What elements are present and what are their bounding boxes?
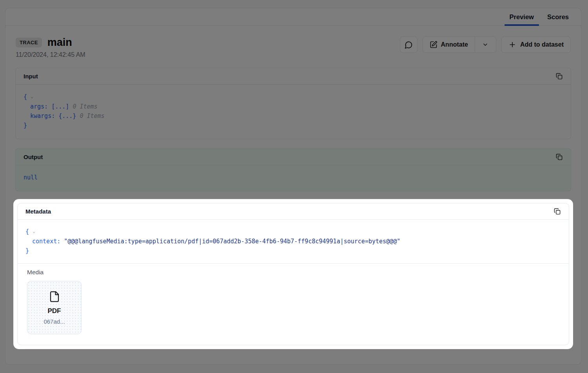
trace-type-badge: TRACE [16, 38, 42, 47]
tab-preview[interactable]: Preview [505, 8, 539, 25]
input-copy-button[interactable] [555, 72, 563, 80]
tab-preview-label: Preview [510, 13, 534, 21]
input-panel-header: Input [16, 68, 571, 85]
output-panel-header: Output [16, 149, 571, 165]
input-panel-title: Input [24, 73, 38, 80]
json-value: {...} [58, 112, 76, 120]
edit-pen-icon [430, 41, 437, 49]
media-file-type: PDF [48, 307, 61, 315]
header-actions: Annotate Add to dataset [400, 36, 571, 53]
tab-scores-label: Scores [547, 13, 569, 21]
json-context-value: "@@@langfuseMedia:type=application/pdf|i… [64, 238, 400, 245]
trace-detail-container: Preview Scores TRACE main 11/20/2024, 12… [5, 8, 581, 365]
output-null-value: null [24, 174, 38, 181]
trace-title: main [47, 36, 72, 49]
json-close-brace: } [25, 247, 29, 254]
pdf-media-card[interactable]: PDF 067ad... [27, 281, 82, 334]
plus-icon [508, 41, 516, 49]
annotate-button[interactable]: Annotate [423, 37, 475, 53]
copy-icon [556, 73, 563, 80]
copy-icon [554, 208, 561, 215]
active-tab-underline [505, 24, 539, 26]
comment-icon [405, 41, 413, 49]
metadata-copy-button[interactable] [553, 207, 561, 215]
json-open-brace: { [25, 228, 29, 235]
json-key: kwargs: [30, 112, 55, 120]
annotate-button-label: Annotate [441, 41, 468, 48]
metadata-panel: Metadata { ⌄context: "@@@langfuseMedia:t… [17, 203, 569, 345]
comment-button[interactable] [400, 36, 417, 53]
input-json-viewer: { ⌄args: [...] 0 Itemskwargs: {...} 0 It… [16, 85, 571, 139]
metadata-panel-header: Metadata [18, 203, 569, 220]
json-close-brace: } [24, 122, 27, 129]
tab-scores[interactable]: Scores [542, 8, 574, 25]
add-to-dataset-button[interactable]: Add to dataset [501, 36, 571, 53]
json-key: args: [30, 103, 48, 110]
media-section-label: Media [27, 269, 559, 276]
json-item-count: 0 Items [80, 112, 104, 120]
add-to-dataset-label: Add to dataset [520, 41, 564, 48]
media-file-id: 067ad... [44, 318, 65, 325]
metadata-panel-title: Metadata [25, 208, 51, 215]
output-copy-button[interactable] [555, 153, 563, 161]
json-item-count: 0 Items [73, 103, 97, 110]
trace-timestamp: 11/20/2024, 12:42:45 AM [16, 51, 85, 58]
output-panel-title: Output [24, 154, 43, 160]
file-icon [49, 291, 60, 302]
json-value: [...] [51, 103, 69, 110]
preview-scores-tab-bar: Preview Scores [5, 8, 581, 26]
collapse-chevron-icon[interactable]: ⌄ [31, 92, 33, 101]
output-json-viewer: null [16, 165, 571, 191]
metadata-json-viewer: { ⌄context: "@@@langfuseMedia:type=appli… [18, 220, 569, 263]
trace-header: TRACE main 11/20/2024, 12:42:45 AM Annot… [5, 26, 581, 58]
annotate-split-button: Annotate [423, 36, 496, 53]
media-section: Media PDF 067ad... [18, 263, 569, 345]
collapse-chevron-icon[interactable]: ⌄ [33, 226, 35, 236]
output-panel: Output null [15, 148, 571, 191]
copy-icon [556, 154, 563, 160]
chevron-down-icon [482, 42, 488, 48]
annotate-dropdown-button[interactable] [475, 37, 496, 53]
metadata-spotlight: Metadata { ⌄context: "@@@langfuseMedia:t… [13, 199, 573, 349]
json-open-brace: { [24, 93, 27, 100]
json-key-context: context: [32, 238, 60, 245]
input-panel: Input { ⌄args: [...] 0 Itemskwargs: {...… [15, 68, 571, 139]
